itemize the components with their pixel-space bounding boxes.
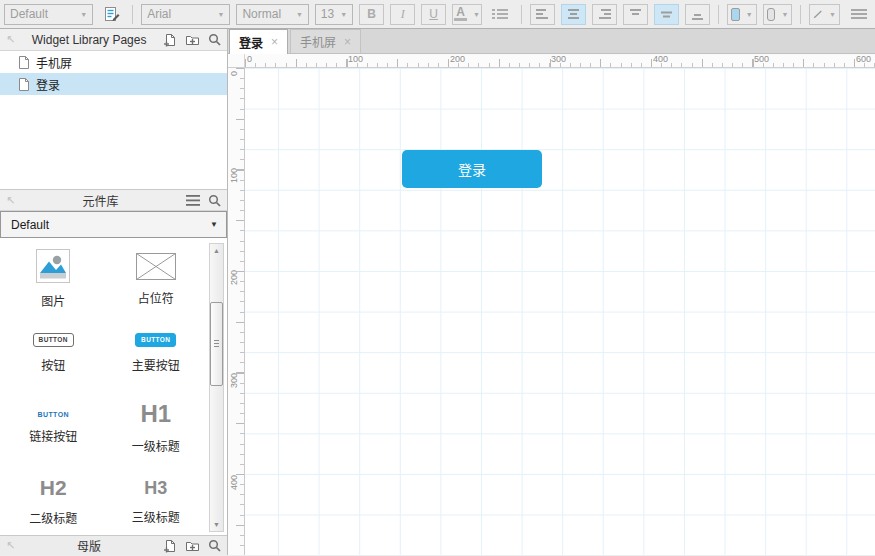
border-color-swatch-icon [767, 8, 776, 21]
underline-label: U [429, 7, 438, 21]
widget-list-scrollbar[interactable]: ▲ ▼ [209, 243, 224, 532]
collapse-panel-icon[interactable]: ↖ [6, 194, 15, 207]
page-item-phone-screen[interactable]: 手机屏 [0, 51, 227, 73]
underline-button[interactable]: U [421, 4, 446, 25]
page-item-login[interactable]: 登录 [0, 73, 227, 95]
widget-item-button[interactable]: BUTTON 按钮 [2, 316, 105, 390]
border-color-button[interactable]: ▼ [763, 4, 793, 25]
bold-button[interactable]: B [359, 4, 384, 25]
widget-item-h2[interactable]: H2 二级标题 [2, 464, 105, 535]
widget-label: 一级标题 [132, 437, 180, 454]
scroll-up-icon[interactable]: ▲ [210, 247, 223, 254]
align-center-button[interactable] [561, 4, 586, 25]
left-panel-column: ↖ Widget Library Pages [0, 29, 228, 555]
widget-label: 图片 [41, 292, 65, 309]
toolbar-separator [718, 5, 719, 24]
chevron-down-icon: ▼ [473, 11, 480, 18]
bold-label: B [367, 7, 376, 21]
widget-item-placeholder[interactable]: 占位符 [105, 242, 208, 316]
vertical-ruler: 0 100 200 300 400 [228, 68, 245, 555]
search-icon [208, 194, 221, 207]
add-page-icon [163, 539, 177, 553]
canvas-login-button[interactable]: 登录 [402, 150, 542, 188]
line-style-icon [851, 8, 867, 20]
widget-item-h3[interactable]: H3 三级标题 [105, 464, 208, 535]
ruler-label: 400 [653, 54, 668, 64]
search-masters-button[interactable] [208, 539, 221, 552]
image-widget-icon [36, 249, 70, 283]
design-canvas[interactable]: 登录 [245, 68, 875, 555]
widget-item-primary-button[interactable]: BUTTON 主要按钮 [105, 316, 208, 390]
masters-panel-title: 母版 [23, 537, 155, 554]
pages-tree: 手机屏 登录 [0, 51, 227, 189]
bullet-list-icon [492, 8, 508, 20]
widget-label: 链接按钮 [29, 427, 77, 444]
ruler-label: 200 [229, 270, 239, 285]
search-icon [208, 33, 221, 46]
line-style-button[interactable] [846, 4, 871, 25]
ruler-label: 400 [229, 475, 239, 490]
chevron-down-icon: ▼ [829, 11, 836, 18]
scroll-down-icon[interactable]: ▼ [210, 521, 223, 528]
collapse-panel-icon[interactable]: ↖ [6, 33, 15, 46]
canvas-column: 登录 × 手机屏 × 0 100 200 300 400 500 600 [228, 29, 875, 555]
ruler-label: 100 [348, 54, 363, 64]
align-middle-button[interactable] [654, 4, 679, 25]
align-left-button[interactable] [530, 4, 555, 25]
widget-library-title: 元件库 [23, 192, 178, 209]
pages-panel-header: ↖ Widget Library Pages [0, 29, 227, 51]
tab-phone-screen[interactable]: 手机屏 × [290, 29, 361, 53]
chevron-down-icon: ▼ [210, 220, 218, 229]
link-button-widget-icon: BUTTON [38, 411, 69, 418]
placeholder-widget-icon [136, 253, 176, 280]
fill-color-button[interactable]: ▼ [727, 4, 757, 25]
search-pages-button[interactable] [208, 33, 221, 46]
align-top-button[interactable] [623, 4, 648, 25]
primary-button-widget-icon: BUTTON [135, 333, 176, 348]
add-folder-button[interactable] [185, 33, 200, 46]
tab-login[interactable]: 登录 × [229, 29, 288, 54]
close-icon[interactable]: × [271, 35, 278, 49]
edit-style-icon-button[interactable] [99, 4, 124, 25]
toolbar-separator [521, 5, 522, 24]
widget-library-menu-button[interactable] [186, 195, 200, 206]
scrollbar-thumb[interactable] [210, 302, 223, 386]
align-right-icon [598, 9, 611, 20]
search-icon [208, 539, 221, 552]
scrollbar-grip-icon [214, 340, 219, 347]
search-widgets-button[interactable] [208, 194, 221, 207]
widget-label: 主要按钮 [132, 356, 180, 373]
font-color-icon: A [454, 7, 467, 21]
bullet-list-button[interactable] [488, 4, 513, 25]
page-item-label: 手机屏 [36, 54, 72, 71]
align-middle-icon [660, 9, 673, 20]
ruler-label: 0 [229, 71, 239, 76]
horizontal-ruler: 0 100 200 300 400 500 600 [245, 54, 875, 68]
font-weight-dropdown[interactable]: Normal ▼ [236, 4, 308, 25]
collapse-panel-icon[interactable]: ↖ [6, 539, 15, 552]
ruler-label: 200 [450, 54, 465, 64]
add-master-button[interactable] [163, 539, 177, 553]
add-page-button[interactable] [163, 33, 177, 47]
widget-item-h1[interactable]: H1 一级标题 [105, 390, 208, 464]
widget-item-image[interactable]: 图片 [2, 242, 105, 316]
add-master-folder-button[interactable] [185, 539, 200, 552]
font-size-dropdown[interactable]: 13 ▼ [315, 4, 353, 25]
line-width-button[interactable]: ▼ [809, 4, 840, 25]
italic-button[interactable]: I [390, 4, 415, 25]
align-right-button[interactable] [592, 4, 617, 25]
chevron-down-icon: ▼ [217, 11, 224, 18]
ruler-label: 500 [754, 54, 769, 64]
font-color-button[interactable]: A ▼ [452, 4, 482, 25]
format-toolbar: Default ▼ Arial ▼ Normal ▼ 13 ▼ B I U [0, 0, 875, 29]
widget-style-dropdown[interactable]: Default ▼ [4, 4, 93, 25]
font-weight-value: Normal [242, 7, 281, 21]
widget-label: 二级标题 [29, 509, 77, 526]
widget-item-link-button[interactable]: BUTTON 链接按钮 [2, 390, 105, 464]
widget-library-dropdown[interactable]: Default ▼ [0, 211, 227, 238]
tab-label: 手机屏 [300, 33, 336, 50]
tab-label: 登录 [239, 34, 263, 51]
font-family-dropdown[interactable]: Arial ▼ [141, 4, 230, 25]
close-icon[interactable]: × [344, 35, 351, 49]
align-bottom-button[interactable] [685, 4, 710, 25]
